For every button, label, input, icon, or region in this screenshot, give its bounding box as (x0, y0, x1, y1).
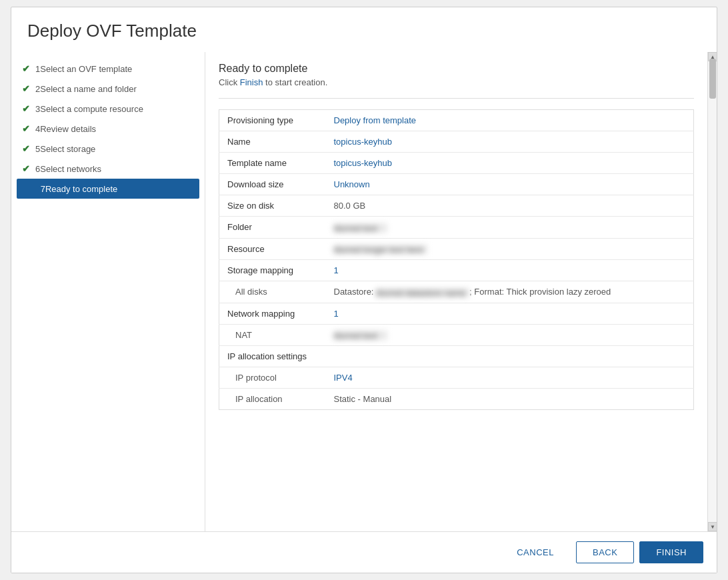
row-blurred-long-value: blurred longer text here (334, 245, 427, 254)
sidebar-item-step3[interactable]: ✔3 Select a compute resource (11, 99, 205, 119)
row-value: blurred longer text here (326, 238, 694, 260)
sidebar-item-step1[interactable]: ✔1 Select an OVF template (11, 59, 205, 79)
summary-table: Provisioning typeDeploy from templateNam… (219, 109, 694, 410)
row-value: Unknown (326, 174, 694, 195)
row-label: All disks (219, 281, 326, 303)
row-mixed-blurred: blurred datastore name (376, 288, 469, 297)
row-value (326, 346, 694, 367)
subtitle-suffix: to start creation. (263, 77, 327, 87)
row-label: Size on disk (219, 195, 326, 217)
sidebar-step-label: Review details (40, 124, 96, 134)
row-value: IPV4 (326, 367, 694, 389)
dialog-footer: CANCEL BACK FINISH (11, 531, 717, 573)
finish-button[interactable]: FINISH (639, 541, 703, 563)
check-icon: ✔ (22, 163, 30, 174)
row-label: NAT (219, 324, 326, 346)
check-icon: ✔ (22, 63, 30, 74)
subtitle-prefix: Click (219, 77, 240, 87)
table-row: Folderblurred text (219, 217, 694, 239)
row-value: 1 (326, 303, 694, 324)
row-link-value: IPV4 (334, 373, 353, 383)
row-mixed-suffix: ; Format: Thick provision lazy zeroed (469, 287, 611, 297)
check-icon: ✔ (22, 103, 30, 114)
back-button[interactable]: BACK (576, 541, 634, 563)
sidebar-item-step7[interactable]: 7 Ready to complete (17, 179, 199, 199)
table-row: Template nametopicus-keyhub (219, 153, 694, 174)
row-value: blurred text (326, 217, 694, 239)
row-label: IP allocation settings (219, 346, 326, 367)
row-label: Storage mapping (219, 260, 326, 281)
scroll-down-button[interactable]: ▼ (708, 522, 717, 531)
sidebar-step-label: Ready to complete (45, 184, 117, 194)
sidebar-step-num: 3 (35, 104, 40, 114)
sidebar-step-num: 1 (35, 64, 40, 74)
row-value: topicus-keyhub (326, 153, 694, 174)
table-row: IP protocolIPV4 (219, 367, 694, 389)
table-row: Storage mapping1 (219, 260, 694, 281)
row-value: Static - Manual (326, 389, 694, 410)
sidebar-step-num: 2 (35, 84, 40, 94)
table-row: Network mapping1 (219, 303, 694, 324)
dialog-title: Deploy OVF Template (11, 7, 717, 52)
sidebar-step-label: Select an OVF template (40, 64, 132, 74)
row-label: Download size (219, 174, 326, 195)
table-row: Resourceblurred longer text here (219, 238, 694, 260)
section-divider (219, 98, 694, 99)
finish-link[interactable]: Finish (240, 77, 263, 87)
check-icon: ✔ (22, 83, 30, 94)
section-title: Ready to complete (219, 63, 694, 75)
row-link-value: 1 (334, 265, 339, 275)
sidebar-step-num: 6 (35, 164, 40, 174)
sidebar-step-num: 7 (41, 184, 45, 194)
scrollbar-thumb[interactable] (709, 59, 716, 99)
table-row: Size on disk80.0 GB (219, 195, 694, 217)
cancel-button[interactable]: CANCEL (500, 541, 571, 563)
table-row: IP allocation settings (219, 346, 694, 367)
sidebar-step-label: Select storage (40, 144, 95, 154)
row-link-value: topicus-keyhub (334, 158, 392, 168)
sidebar-item-step5[interactable]: ✔5 Select storage (11, 139, 205, 159)
table-row: Provisioning typeDeploy from template (219, 110, 694, 131)
row-link-value: 1 (334, 309, 339, 319)
sidebar-item-step2[interactable]: ✔2 Select a name and folder (11, 79, 205, 99)
row-label: Network mapping (219, 303, 326, 324)
scrollbar-track: ▲ ▼ (707, 52, 717, 531)
section-subtitle: Click Finish to start creation. (219, 77, 694, 87)
row-label: Provisioning type (219, 110, 326, 131)
sidebar-step-label: Select networks (40, 164, 101, 174)
row-value: 1 (326, 260, 694, 281)
row-mixed-prefix: Datastore: (334, 287, 377, 297)
row-label: IP protocol (219, 367, 326, 389)
table-row: Download sizeUnknown (219, 174, 694, 195)
row-blurred-value: blurred text (334, 331, 387, 340)
row-value: Deploy from template (326, 110, 694, 131)
main-content: Ready to complete Click Finish to start … (205, 52, 707, 531)
row-label: IP allocation (219, 389, 326, 410)
row-value: blurred text (326, 324, 694, 346)
check-placeholder (27, 183, 35, 194)
row-label: Name (219, 131, 326, 153)
sidebar-step-num: 4 (35, 124, 40, 134)
deploy-ovf-dialog: Deploy OVF Template ✔1 Select an OVF tem… (11, 7, 717, 573)
row-label: Resource (219, 238, 326, 260)
sidebar-item-step6[interactable]: ✔6 Select networks (11, 159, 205, 179)
row-label: Folder (219, 217, 326, 239)
row-value: topicus-keyhub (326, 131, 694, 153)
row-blurred-value: blurred text (334, 223, 387, 233)
row-link-value: Deploy from template (334, 115, 417, 125)
table-row: IP allocationStatic - Manual (219, 389, 694, 410)
sidebar-item-step4[interactable]: ✔4 Review details (11, 119, 205, 139)
table-row: Nametopicus-keyhub (219, 131, 694, 153)
table-row: All disksDatastore: blurred datastore na… (219, 281, 694, 303)
sidebar: ✔1 Select an OVF template✔2 Select a nam… (11, 52, 205, 531)
row-value: Datastore: blurred datastore name; Forma… (326, 281, 694, 303)
table-row: NATblurred text (219, 324, 694, 346)
sidebar-step-num: 5 (35, 144, 40, 154)
row-link-value: topicus-keyhub (334, 137, 392, 147)
check-icon: ✔ (22, 143, 30, 154)
sidebar-step-label: Select a compute resource (40, 104, 143, 114)
check-icon: ✔ (22, 123, 30, 134)
sidebar-step-label: Select a name and folder (40, 84, 137, 94)
dialog-body: ✔1 Select an OVF template✔2 Select a nam… (11, 52, 717, 531)
row-value: 80.0 GB (326, 195, 694, 217)
